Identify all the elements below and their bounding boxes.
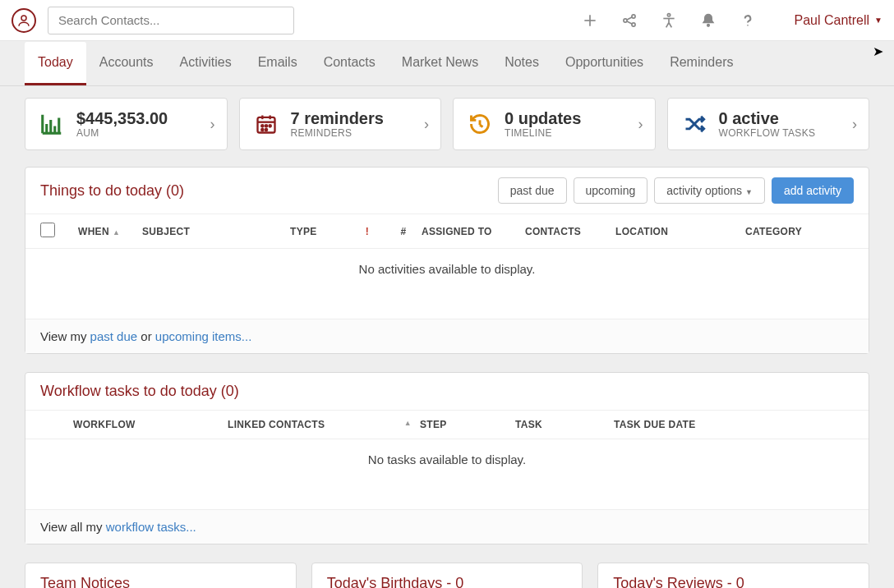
col-number[interactable]: # bbox=[385, 226, 422, 237]
upcoming-button[interactable]: upcoming bbox=[574, 177, 648, 204]
tab-accounts[interactable]: Accounts bbox=[86, 42, 167, 85]
stat-reminders-label: REMINDERS bbox=[291, 127, 384, 139]
tab-today[interactable]: Today bbox=[25, 42, 86, 85]
svg-point-28 bbox=[261, 129, 263, 131]
calendar-icon bbox=[253, 111, 279, 137]
svg-line-31 bbox=[480, 125, 483, 126]
stat-workflow[interactable]: 0 active WORKFLOW TASKS › bbox=[667, 98, 870, 150]
col-linked-contacts[interactable]: LINKED CONTACTS▲ bbox=[228, 419, 420, 430]
bottom-row: Team Notices Today's Birthdays - 0 Today… bbox=[25, 563, 869, 588]
svg-line-12 bbox=[669, 22, 671, 27]
top-bar-actions: Paul Cantrell ▼ bbox=[582, 12, 882, 29]
workflow-empty-message: No tasks available to display. bbox=[25, 439, 869, 509]
stat-workflow-value: 0 active bbox=[719, 109, 816, 127]
chevron-right-icon: › bbox=[424, 116, 429, 133]
tab-contacts[interactable]: Contacts bbox=[311, 42, 389, 85]
svg-line-6 bbox=[627, 16, 633, 19]
col-when[interactable]: WHEN▲ bbox=[78, 226, 142, 237]
sort-asc-icon: ▲ bbox=[113, 228, 120, 237]
sort-asc-icon: ▲ bbox=[404, 419, 412, 427]
col-step[interactable]: STEP bbox=[420, 419, 515, 430]
add-activity-button[interactable]: add activity bbox=[772, 177, 854, 204]
todo-title: Things to do today (0) bbox=[40, 182, 184, 200]
col-assigned-to[interactable]: ASSIGNED TO bbox=[422, 226, 525, 237]
col-category[interactable]: CATEGORY bbox=[745, 226, 854, 237]
tab-emails[interactable]: Emails bbox=[245, 42, 311, 85]
bell-icon[interactable] bbox=[700, 12, 717, 29]
top-bar: Paul Cantrell ▼ bbox=[0, 0, 894, 41]
chevron-right-icon: › bbox=[210, 116, 215, 133]
stat-updates-value: 0 updates bbox=[505, 109, 581, 127]
tab-opportunities[interactable]: Opportunities bbox=[552, 42, 657, 85]
col-location[interactable]: LOCATION bbox=[615, 226, 745, 237]
chevron-right-icon: › bbox=[638, 116, 643, 133]
tab-market-news[interactable]: Market News bbox=[389, 42, 491, 85]
bar-chart-icon bbox=[39, 111, 65, 137]
tab-activities[interactable]: Activities bbox=[167, 42, 245, 85]
main-content: $445,353.00 AUM › 7 reminders REMINDERS … bbox=[0, 86, 894, 588]
history-icon bbox=[467, 111, 493, 137]
svg-point-26 bbox=[265, 125, 266, 126]
svg-point-25 bbox=[261, 125, 263, 126]
stat-reminders-value: 7 reminders bbox=[291, 109, 384, 127]
reviews-card: Today's Reviews - 0 bbox=[597, 563, 869, 588]
workflow-footer: View all my workflow tasks... bbox=[25, 509, 869, 544]
stat-workflow-label: WORKFLOW TASKS bbox=[719, 127, 816, 139]
shuffle-icon bbox=[681, 111, 707, 137]
col-priority[interactable]: ! bbox=[349, 226, 385, 237]
svg-point-0 bbox=[21, 16, 26, 21]
chevron-right-icon: › bbox=[852, 116, 857, 133]
tab-reminders[interactable]: Reminders bbox=[657, 42, 746, 85]
help-icon[interactable] bbox=[740, 12, 756, 29]
workflow-panel: Workflow tasks to do today (0) WORKFLOW … bbox=[25, 372, 869, 544]
team-notices-title: Team Notices bbox=[40, 575, 281, 588]
stat-updates[interactable]: 0 updates TIMELINE › bbox=[453, 98, 656, 150]
share-icon[interactable] bbox=[621, 12, 638, 29]
upcoming-items-link[interactable]: upcoming items... bbox=[155, 329, 252, 343]
stat-row: $445,353.00 AUM › 7 reminders REMINDERS … bbox=[25, 98, 869, 150]
svg-point-13 bbox=[707, 24, 710, 26]
stat-aum-label: AUM bbox=[76, 127, 168, 139]
svg-point-8 bbox=[668, 13, 670, 16]
birthdays-title: Today's Birthdays - 0 bbox=[327, 575, 568, 588]
chevron-down-icon: ▼ bbox=[874, 16, 882, 25]
user-name: Paul Cantrell bbox=[794, 13, 869, 28]
activity-options-button[interactable]: activity options▼ bbox=[654, 177, 765, 204]
workflow-table-header: WORKFLOW LINKED CONTACTS▲ STEP TASK TASK… bbox=[25, 410, 869, 439]
team-notices-card: Team Notices bbox=[25, 563, 297, 588]
user-menu[interactable]: Paul Cantrell ▼ bbox=[794, 13, 882, 28]
todo-footer: View my past due or upcoming items... bbox=[25, 319, 869, 353]
todo-table-header: WHEN▲ SUBJECT TYPE ! # ASSIGNED TO CONTA… bbox=[25, 214, 869, 249]
todo-panel: Things to do today (0) past due upcoming… bbox=[25, 167, 869, 354]
svg-line-7 bbox=[627, 21, 633, 23]
reviews-title: Today's Reviews - 0 bbox=[613, 575, 854, 588]
col-contacts[interactable]: CONTACTS bbox=[525, 226, 615, 237]
workflow-tasks-link[interactable]: workflow tasks... bbox=[106, 520, 196, 534]
stat-updates-label: TIMELINE bbox=[505, 127, 581, 139]
col-type[interactable]: TYPE bbox=[290, 226, 349, 237]
svg-line-11 bbox=[666, 22, 669, 27]
col-task-due-date[interactable]: TASK DUE DATE bbox=[614, 419, 854, 430]
main-tabs: Today Accounts Activities Emails Contact… bbox=[0, 41, 894, 86]
col-subject[interactable]: SUBJECT bbox=[142, 226, 290, 237]
select-all-checkbox[interactable] bbox=[40, 223, 55, 237]
workflow-title: Workflow tasks to do today (0) bbox=[40, 383, 239, 400]
search-input[interactable] bbox=[48, 7, 294, 34]
plus-icon[interactable] bbox=[582, 12, 598, 29]
birthdays-card: Today's Birthdays - 0 bbox=[311, 563, 583, 588]
svg-point-27 bbox=[269, 125, 270, 126]
stat-aum[interactable]: $445,353.00 AUM › bbox=[25, 98, 228, 150]
col-task[interactable]: TASK bbox=[515, 419, 614, 430]
chevron-down-icon: ▼ bbox=[745, 188, 753, 196]
svg-point-29 bbox=[265, 129, 266, 131]
tab-notes[interactable]: Notes bbox=[491, 42, 552, 85]
past-due-button[interactable]: past due bbox=[498, 177, 567, 204]
todo-empty-message: No activities available to display. bbox=[25, 249, 869, 319]
past-due-link[interactable]: past due bbox=[90, 329, 138, 343]
accessibility-icon[interactable] bbox=[661, 12, 677, 29]
stat-aum-value: $445,353.00 bbox=[76, 109, 168, 127]
col-workflow[interactable]: WORKFLOW bbox=[73, 419, 228, 430]
stat-reminders[interactable]: 7 reminders REMINDERS › bbox=[239, 98, 442, 150]
svg-point-14 bbox=[748, 25, 749, 26]
user-avatar-icon[interactable] bbox=[12, 8, 36, 33]
